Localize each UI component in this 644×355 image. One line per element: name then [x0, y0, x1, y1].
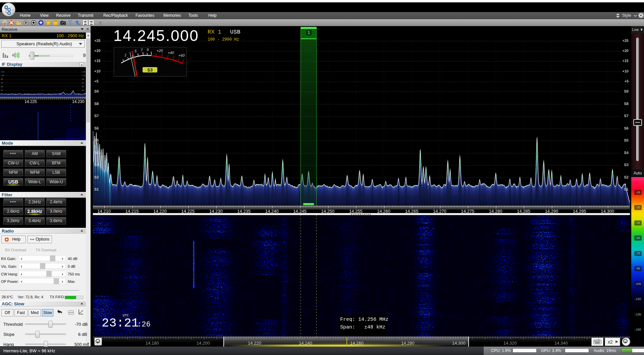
svg-text:+60: +60 [178, 53, 185, 57]
svg-text:+40: +40 [168, 51, 174, 55]
svg-text:5: 5 [135, 49, 137, 53]
svg-text:1: 1 [124, 53, 126, 57]
svg-text:7: 7 [141, 48, 143, 52]
svg-text:S3: S3 [147, 67, 153, 72]
svg-text:+20: +20 [157, 49, 163, 53]
svg-text:9: 9 [147, 48, 149, 52]
